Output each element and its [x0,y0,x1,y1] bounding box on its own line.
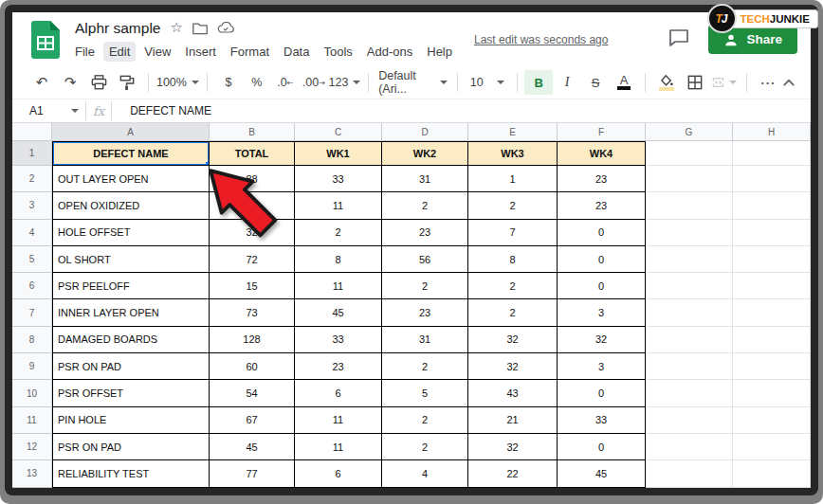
cell-E13[interactable]: 22 [468,460,558,487]
row-header-12[interactable]: 12 [12,434,52,460]
merge-cells-button[interactable] [709,70,740,95]
cell-C3[interactable]: 11 [295,192,382,219]
print-icon[interactable] [84,70,113,95]
cell-C7[interactable]: 45 [295,299,382,326]
number-format-select[interactable]: 123 [328,70,361,95]
column-header-G[interactable]: G [646,123,733,141]
menu-addons[interactable]: Add-ons [361,42,418,62]
cell-B11[interactable]: 67 [210,407,295,434]
menu-help[interactable]: Help [421,42,458,62]
cell-E5[interactable]: 8 [468,246,558,273]
cell-A10[interactable]: PSR OFFSET [52,380,210,406]
decrease-decimal-button[interactable]: .0← [271,70,300,95]
cell-G2[interactable] [646,166,733,192]
star-icon[interactable]: ☆ [170,19,182,36]
menu-edit[interactable]: Edit [103,42,136,62]
cell-G13[interactable] [646,460,733,487]
cell-G9[interactable] [646,353,733,380]
cell-A9[interactable]: PSR ON PAD [52,353,210,380]
menu-tools[interactable]: Tools [318,42,357,62]
cell-D1[interactable]: WK2 [382,141,468,166]
undo-icon[interactable]: ↶ [27,70,56,95]
document-title[interactable]: Alphr sample [75,20,160,37]
cloud-saved-icon[interactable] [217,22,234,34]
row-header-4[interactable]: 4 [12,220,52,246]
menu-format[interactable]: Format [225,42,275,62]
cell-A11[interactable]: PIN HOLE [52,407,210,434]
cell-A7[interactable]: INNER LAYER OPEN [52,299,210,326]
cell-E1[interactable]: WK3 [468,141,558,166]
column-header-H[interactable]: H [733,123,811,141]
text-color-button[interactable]: A [610,70,638,95]
column-header-C[interactable]: C [295,123,382,141]
cell-A5[interactable]: OL SHORT [52,246,210,273]
cell-H10[interactable] [733,380,811,406]
bold-button[interactable]: B [524,70,553,95]
cell-D3[interactable]: 2 [382,192,468,219]
row-header-10[interactable]: 10 [12,380,52,406]
menu-view[interactable]: View [138,42,176,62]
cell-G10[interactable] [646,380,733,406]
cell-G12[interactable] [646,434,733,460]
cell-D9[interactable]: 2 [382,353,468,380]
cell-E11[interactable]: 21 [468,407,558,434]
cell-E9[interactable]: 32 [468,353,558,380]
format-currency-button[interactable]: $ [214,70,243,95]
cell-B6[interactable]: 15 [210,273,295,299]
menu-file[interactable]: File [69,42,101,62]
cell-B8[interactable]: 128 [210,327,295,353]
cell-F7[interactable]: 3 [558,299,646,326]
menu-data[interactable]: Data [278,42,315,62]
row-header-7[interactable]: 7 [12,299,52,326]
cell-F12[interactable]: 0 [558,434,646,460]
column-header-E[interactable]: E [468,123,558,141]
cell-E3[interactable]: 2 [468,192,558,219]
cell-C12[interactable]: 11 [295,434,382,460]
cell-G8[interactable] [646,327,733,353]
cell-B13[interactable]: 77 [210,460,295,487]
cell-G1[interactable] [646,141,733,166]
cell-C11[interactable]: 11 [295,407,382,434]
cell-H11[interactable] [733,407,811,434]
cell-C4[interactable]: 2 [295,220,382,246]
cell-F2[interactable]: 23 [558,166,646,192]
row-header-2[interactable]: 2 [12,166,52,192]
cell-G4[interactable] [646,220,733,246]
name-box[interactable]: A1 [29,104,79,117]
last-edit-link[interactable]: Last edit was seconds ago [474,33,608,46]
increase-decimal-button[interactable]: .00→ [300,70,328,95]
format-percent-button[interactable]: % [243,70,271,95]
select-all-corner[interactable] [12,123,52,141]
cell-E7[interactable]: 2 [468,299,558,326]
cell-G7[interactable] [646,299,733,326]
more-options-icon[interactable]: ⋯ [754,70,782,95]
redo-icon[interactable]: ↷ [56,70,84,95]
cell-B9[interactable]: 60 [210,353,295,380]
italic-button[interactable]: I [553,70,581,95]
cell-A2[interactable]: OUT LAYER OPEN [52,166,210,192]
cell-D8[interactable]: 31 [382,327,468,353]
cell-F8[interactable]: 32 [558,327,646,353]
cell-A12[interactable]: PSR ON PAD [52,434,210,460]
cell-C10[interactable]: 6 [295,380,382,406]
font-select[interactable]: Default (Ari... [375,70,450,95]
cell-E10[interactable]: 43 [468,380,558,406]
cell-F9[interactable]: 3 [558,353,646,380]
cell-B5[interactable]: 72 [210,246,295,273]
move-folder-icon[interactable] [192,22,208,35]
fill-color-button[interactable] [652,70,681,95]
cell-H7[interactable] [733,299,811,326]
row-header-11[interactable]: 11 [12,407,52,434]
cell-D5[interactable]: 56 [382,246,468,273]
cell-G5[interactable] [646,246,733,273]
cell-C13[interactable]: 6 [295,460,382,487]
column-header-D[interactable]: D [382,123,468,141]
cell-C9[interactable]: 23 [295,353,382,380]
row-header-6[interactable]: 6 [12,273,52,299]
cell-C6[interactable]: 11 [295,273,382,299]
cell-E6[interactable]: 2 [468,273,558,299]
cell-G6[interactable] [646,273,733,299]
cell-A8[interactable]: DAMAGED BOARDS [52,327,210,353]
cell-F6[interactable]: 0 [558,273,646,299]
cell-G3[interactable] [646,192,733,219]
